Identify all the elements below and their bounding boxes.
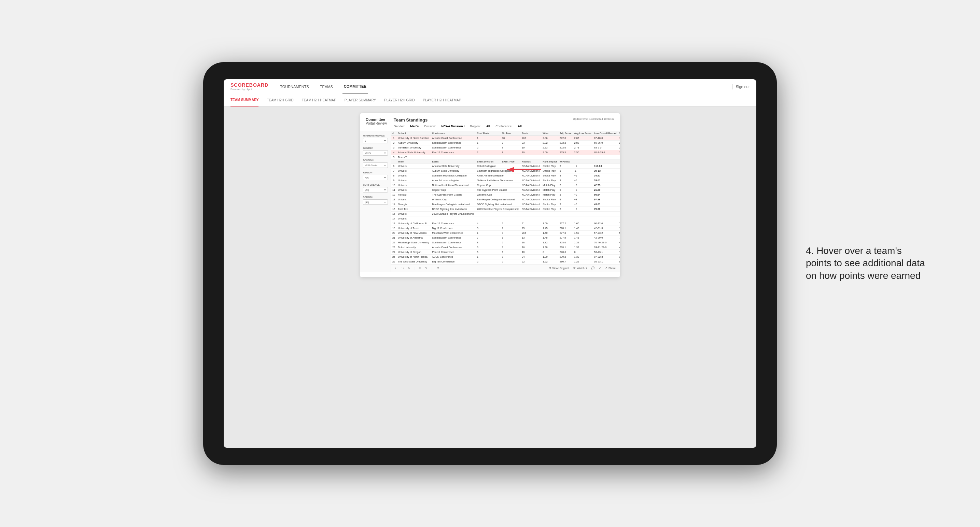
- table-row: 20 University of New Mexico Mountain Wes…: [391, 231, 620, 235]
- popup-th-team: Team: [396, 160, 431, 164]
- table-row: 25 University of North Florida ASUN Conf…: [391, 255, 620, 259]
- division-value: NCAA Division I: [441, 125, 465, 128]
- filter-gender: Gender Men's▼: [363, 147, 388, 156]
- logo-text: SCOREBOARD: [231, 82, 268, 88]
- bnds-cell: 10: [520, 150, 541, 155]
- table-row: 15 East Tex DFCC Fighting Illini Invitat…: [391, 207, 620, 212]
- undo-icon[interactable]: ↩: [395, 267, 398, 270]
- chevron-down-icon: ▾: [585, 267, 587, 270]
- wins-cell: 2.50: [541, 150, 558, 155]
- edit-icon[interactable]: ✎: [425, 267, 428, 270]
- th-bnds: Bnds: [520, 131, 541, 136]
- table-row: 12 Florida I The Cypress Point Classic W…: [391, 192, 620, 197]
- adj-score-cell: 275.5: [558, 150, 573, 155]
- th-low-overall: Low Overall Record: [593, 131, 618, 136]
- sign-out-button[interactable]: Sign out: [736, 85, 749, 89]
- tablet-screen: SCOREBOARD Powered by clippi TOURNAMENTS…: [224, 79, 756, 448]
- update-time: Update time: 13/03/2024 10:03:42: [573, 117, 614, 121]
- tab-player-summary[interactable]: PLAYER SUMMARY: [345, 94, 376, 106]
- bnds-cell: 19: [520, 145, 541, 150]
- conference-cell: Arizona State University: [431, 164, 475, 168]
- low-overall-cell: 65-7-25-1: [593, 150, 618, 155]
- expand-button[interactable]: ⤢: [598, 267, 601, 270]
- no-tour-cell: 10: [501, 136, 520, 141]
- annotation-area: 4. Hover over a team's points to see add…: [806, 245, 925, 282]
- nav-teams[interactable]: TEAMS: [318, 79, 334, 94]
- th-adj-score: Adj. Score: [558, 131, 573, 136]
- school-filter-select[interactable]: (All)▼: [363, 199, 388, 205]
- nav-committee[interactable]: COMMITTEE: [342, 79, 368, 94]
- rank-cell: 3: [391, 145, 396, 150]
- th-rank: #: [391, 131, 396, 136]
- school-cell: University of North Carolina: [396, 136, 431, 141]
- portal-review: Portal Review: [366, 122, 387, 125]
- division-filter-select[interactable]: NCAA Division I▼: [363, 162, 388, 168]
- tablet-device: SCOREBOARD Powered by clippi TOURNAMENTS…: [203, 62, 777, 465]
- redo-icon[interactable]: ↪: [402, 267, 404, 270]
- tab-player-h2h-grid[interactable]: PLAYER H2H GRID: [384, 94, 415, 106]
- bnds-cell: 23: [520, 141, 541, 145]
- region-filter-select[interactable]: N/A▼: [363, 175, 388, 180]
- share-button[interactable]: ↗ Share: [605, 267, 616, 270]
- view-label: View: Original: [552, 267, 569, 270]
- table-row: 22 Mississippi State University Southeas…: [391, 240, 620, 245]
- expand-icon: ⤢: [598, 267, 601, 270]
- school-cell: Auburn University: [396, 141, 431, 145]
- gender-filter-select[interactable]: Men's▼: [363, 150, 388, 156]
- conference-filter-select[interactable]: (All)▼: [363, 187, 388, 192]
- table-row: 24 University of Oregon Pac-12 Conferenc…: [391, 250, 620, 255]
- avg-low-cell: 2.73: [573, 145, 592, 150]
- main-content: Committee Portal Review Team Standings G…: [224, 106, 756, 448]
- adj-score-cell: 272.0: [558, 136, 573, 141]
- filter-division: Division NCAA Division I▼: [363, 159, 388, 168]
- tab-player-h2h-heatmap[interactable]: PLAYER H2H HEATMAP: [423, 94, 461, 106]
- view-icon: ⊞: [549, 267, 551, 270]
- nav-tournaments[interactable]: TOURNAMENTS: [278, 79, 310, 94]
- tab-team-h2h-grid[interactable]: TEAM H2H GRID: [267, 94, 293, 106]
- division-filter-label: Division: [363, 159, 388, 162]
- view-original-button[interactable]: ⊞ View: Original: [549, 267, 569, 270]
- watch-button[interactable]: 👁 Watch ▾: [573, 267, 587, 270]
- th-avg-low: Avg Low Score: [573, 131, 592, 136]
- rank-cell: 5: [391, 155, 396, 160]
- comment-icon: 💬: [591, 267, 595, 270]
- wins-cell: 2.86: [541, 136, 558, 141]
- conference-value: All: [518, 125, 522, 128]
- region-filter-label: Region: [363, 171, 388, 174]
- school-cell: Arizona State University: [396, 150, 431, 155]
- watch-label: Watch: [577, 267, 584, 270]
- vs-top25-cell: 29-9-0: [618, 141, 620, 145]
- table-row: 2 Auburn University Southeastern Confere…: [391, 141, 620, 145]
- vs-top25-cell: 13-9-0: [618, 136, 620, 141]
- comment-button[interactable]: 💬: [591, 267, 595, 270]
- min-rounds-input[interactable]: 0▼: [363, 138, 388, 143]
- filter-region: Region N/A▼: [363, 171, 388, 180]
- report-header: Committee Portal Review Team Standings G…: [360, 113, 620, 131]
- report-center: Team Standings Gender: Men's Division: N…: [387, 117, 573, 128]
- conference-cell: Southeastern Conference: [431, 141, 475, 145]
- refresh-icon[interactable]: ↻: [408, 267, 410, 270]
- tab-team-h2h-heatmap[interactable]: TEAM H2H HEATMAP: [302, 94, 336, 106]
- filter-row: Gender: Men's Division: NCAA Division I …: [394, 125, 566, 128]
- low-overall-cell: 67-10-0: [593, 136, 618, 141]
- school-cell: Texas T...: [396, 155, 431, 160]
- logo-sub: Powered by clippi: [231, 88, 268, 91]
- no-tour-cell: 9: [501, 141, 520, 145]
- th-wins: Wins: [541, 131, 558, 136]
- copy-icon[interactable]: ⎘: [419, 267, 421, 270]
- filters-panel: Minimum Rounds 0▼ Gender Men's▼: [360, 131, 391, 272]
- table-row: 17 Univers: [391, 216, 620, 221]
- th-school: School: [396, 131, 431, 136]
- share-icon: ↗: [605, 267, 608, 270]
- logo-area: SCOREBOARD Powered by clippi: [231, 82, 268, 91]
- table-row: 16 Univers 2023 Sahalee Players Champion…: [391, 212, 620, 216]
- school-cell: Vanderbilt University: [396, 145, 431, 150]
- avg-low-cell: 2.82: [573, 141, 592, 145]
- conf-rank-cell: 2: [476, 150, 501, 155]
- school-filter-label: School: [363, 196, 388, 198]
- filter-conference: Conference (All)▼: [363, 184, 388, 192]
- division-label: Division:: [424, 125, 436, 128]
- tab-team-summary[interactable]: TEAM SUMMARY: [231, 94, 258, 106]
- clock-icon[interactable]: ⏱: [436, 267, 439, 270]
- table-row: 11 Univers Copper Cup The Cypress Point …: [391, 188, 620, 192]
